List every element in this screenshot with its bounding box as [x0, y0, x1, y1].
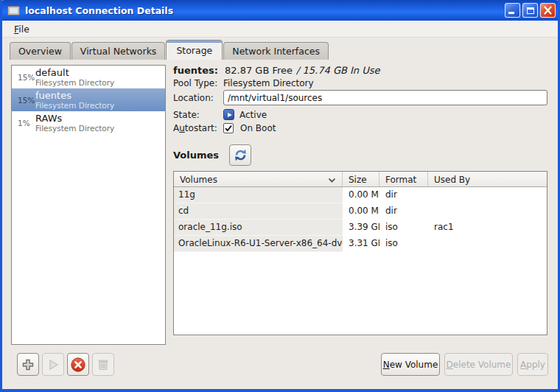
- pool-summary: fuentes: 82.87 GB Free / 15.74 GB In Use: [173, 65, 380, 76]
- pool-used-space: / 15.74 GB In Use: [296, 65, 379, 76]
- volumes-table: Volumes Size Format Used By 11g 0.00 MB …: [173, 171, 547, 335]
- start-pool-button[interactable]: [42, 353, 64, 376]
- state-value: Active: [239, 110, 267, 120]
- pool-name: RAWs: [35, 113, 114, 124]
- column-header-used-by[interactable]: Used By: [428, 172, 547, 186]
- volumes-table-header: Volumes Size Format Used By: [174, 172, 547, 187]
- autostart-value: On Boot: [240, 123, 276, 133]
- pool-usage-percent: 15%: [15, 96, 35, 105]
- maximize-button[interactable]: [522, 3, 538, 18]
- title-bar[interactable]: localhost Connection Details: [0, 0, 560, 21]
- table-row-11g[interactable]: 11g 0.00 MB dir: [174, 187, 547, 203]
- tab-strip: Overview Virtual Networks Storage Networ…: [10, 40, 329, 60]
- volumes-section-title: Volumes: [173, 150, 219, 161]
- pool-usage-percent: 1%: [15, 119, 35, 127]
- apply-button[interactable]: Apply: [517, 353, 548, 376]
- delete-volume-button[interactable]: Delete Volume: [444, 353, 513, 376]
- menu-file[interactable]: File: [8, 22, 35, 36]
- tab-network-interfaces[interactable]: Network Interfaces: [223, 42, 329, 60]
- tab-virtual-networks[interactable]: Virtual Networks: [71, 42, 166, 60]
- location-row: Location:: [173, 89, 547, 106]
- autostart-checkbox[interactable]: [223, 123, 234, 133]
- connection-details-window: localhost Connection Details File Overvi…: [0, 0, 560, 392]
- check-icon: [224, 124, 233, 133]
- autostart-label: Autostart:: [173, 123, 223, 133]
- table-row-cd[interactable]: cd 0.00 MB dir: [174, 203, 547, 220]
- app-icon: [7, 6, 20, 15]
- maximize-icon: [527, 7, 534, 14]
- column-header-size[interactable]: Size: [343, 172, 379, 186]
- menu-bar: File: [2, 21, 558, 38]
- pool-type-row: Pool Type: Filesystem Directory: [173, 78, 314, 88]
- add-pool-button[interactable]: [17, 353, 39, 376]
- state-row: State: Active: [173, 109, 267, 120]
- tab-storage[interactable]: Storage: [166, 40, 223, 60]
- trash-icon: [97, 358, 110, 371]
- play-icon: [46, 358, 60, 371]
- pool-type: Filesystem Directory: [35, 124, 114, 133]
- plus-icon: [21, 358, 35, 371]
- delete-pool-button[interactable]: [92, 353, 114, 376]
- minimize-icon: [508, 12, 514, 14]
- pool-item-default[interactable]: 15% default Filesystem Directory: [12, 66, 165, 88]
- table-row-oracle-11g-iso[interactable]: oracle_11g.iso 3.39 GB iso rac1: [174, 220, 547, 236]
- sort-descending-icon: [328, 178, 336, 183]
- pool-heading-name: fuentes:: [173, 65, 218, 76]
- pool-type: Filesystem Directory: [35, 78, 114, 87]
- stop-icon: [70, 357, 86, 373]
- pool-item-fuentes[interactable]: 15% fuentes Filesystem Directory: [12, 88, 165, 111]
- column-header-format[interactable]: Format: [379, 172, 428, 186]
- state-active-icon: [223, 109, 234, 120]
- pool-type: Filesystem Directory: [35, 101, 114, 110]
- minimize-button[interactable]: [505, 3, 520, 18]
- close-icon: [541, 4, 555, 17]
- storage-pool-list: 15% default Filesystem Directory 15% fue…: [11, 65, 166, 345]
- pool-type-label: Pool Type:: [173, 78, 223, 88]
- new-volume-button[interactable]: New Volume: [381, 353, 440, 376]
- window-title: localhost Connection Details: [25, 5, 505, 16]
- pool-type-value: Filesystem Directory: [223, 78, 314, 88]
- column-header-volumes[interactable]: Volumes: [174, 172, 343, 186]
- location-input[interactable]: [223, 90, 547, 105]
- pool-name: default: [35, 67, 114, 78]
- pool-free-space: 82.87 GB Free: [225, 65, 293, 76]
- tab-overview[interactable]: Overview: [10, 42, 71, 60]
- volumes-header-row: Volumes: [173, 144, 251, 166]
- state-label: State:: [173, 110, 223, 120]
- location-label: Location:: [173, 93, 223, 103]
- pool-name: fuentes: [35, 90, 114, 101]
- pool-item-raws[interactable]: 1% RAWs Filesystem Directory: [12, 111, 165, 134]
- stop-pool-button[interactable]: [67, 353, 89, 376]
- refresh-volumes-button[interactable]: [229, 144, 251, 166]
- autostart-row: Autostart: On Boot: [173, 123, 276, 133]
- refresh-icon: [234, 148, 248, 162]
- close-button[interactable]: [540, 3, 556, 18]
- pool-usage-percent: 15%: [15, 73, 35, 82]
- table-row-oraclelinux-iso[interactable]: OracleLinux-R6-U1-Server-x86_64-dvd.iso …: [174, 236, 547, 252]
